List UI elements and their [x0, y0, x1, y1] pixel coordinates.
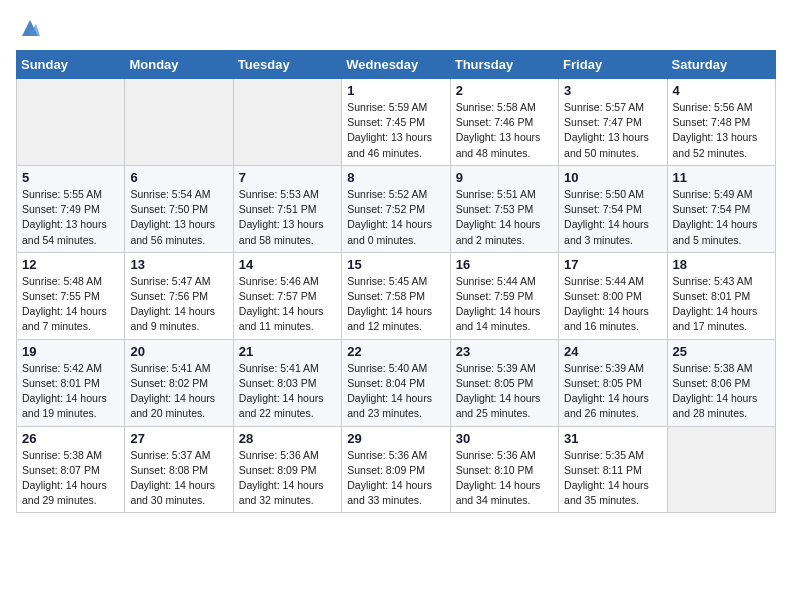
day-info: Sunrise: 5:42 AMSunset: 8:01 PMDaylight:… — [22, 361, 119, 422]
calendar-cell: 19Sunrise: 5:42 AMSunset: 8:01 PMDayligh… — [17, 339, 125, 426]
calendar-cell: 2Sunrise: 5:58 AMSunset: 7:46 PMDaylight… — [450, 79, 558, 166]
calendar-cell: 30Sunrise: 5:36 AMSunset: 8:10 PMDayligh… — [450, 426, 558, 513]
calendar-cell: 4Sunrise: 5:56 AMSunset: 7:48 PMDaylight… — [667, 79, 775, 166]
day-info: Sunrise: 5:46 AMSunset: 7:57 PMDaylight:… — [239, 274, 336, 335]
day-info: Sunrise: 5:40 AMSunset: 8:04 PMDaylight:… — [347, 361, 444, 422]
day-info: Sunrise: 5:41 AMSunset: 8:03 PMDaylight:… — [239, 361, 336, 422]
calendar-cell: 15Sunrise: 5:45 AMSunset: 7:58 PMDayligh… — [342, 252, 450, 339]
calendar-cell — [125, 79, 233, 166]
logo — [16, 16, 42, 40]
logo-icon — [18, 16, 42, 40]
day-info: Sunrise: 5:54 AMSunset: 7:50 PMDaylight:… — [130, 187, 227, 248]
header — [16, 16, 776, 40]
calendar-week-4: 19Sunrise: 5:42 AMSunset: 8:01 PMDayligh… — [17, 339, 776, 426]
day-number: 1 — [347, 83, 444, 98]
day-number: 11 — [673, 170, 770, 185]
day-info: Sunrise: 5:49 AMSunset: 7:54 PMDaylight:… — [673, 187, 770, 248]
calendar-cell: 10Sunrise: 5:50 AMSunset: 7:54 PMDayligh… — [559, 165, 667, 252]
calendar-cell — [17, 79, 125, 166]
day-info: Sunrise: 5:52 AMSunset: 7:52 PMDaylight:… — [347, 187, 444, 248]
calendar-cell: 17Sunrise: 5:44 AMSunset: 8:00 PMDayligh… — [559, 252, 667, 339]
day-number: 3 — [564, 83, 661, 98]
calendar-cell: 20Sunrise: 5:41 AMSunset: 8:02 PMDayligh… — [125, 339, 233, 426]
calendar-cell — [233, 79, 341, 166]
day-info: Sunrise: 5:36 AMSunset: 8:09 PMDaylight:… — [239, 448, 336, 509]
calendar-cell: 18Sunrise: 5:43 AMSunset: 8:01 PMDayligh… — [667, 252, 775, 339]
calendar-cell: 27Sunrise: 5:37 AMSunset: 8:08 PMDayligh… — [125, 426, 233, 513]
calendar-cell: 22Sunrise: 5:40 AMSunset: 8:04 PMDayligh… — [342, 339, 450, 426]
calendar-week-1: 1Sunrise: 5:59 AMSunset: 7:45 PMDaylight… — [17, 79, 776, 166]
day-info: Sunrise: 5:59 AMSunset: 7:45 PMDaylight:… — [347, 100, 444, 161]
day-info: Sunrise: 5:38 AMSunset: 8:06 PMDaylight:… — [673, 361, 770, 422]
calendar-header-row: SundayMondayTuesdayWednesdayThursdayFrid… — [17, 51, 776, 79]
day-number: 28 — [239, 431, 336, 446]
calendar-week-5: 26Sunrise: 5:38 AMSunset: 8:07 PMDayligh… — [17, 426, 776, 513]
day-info: Sunrise: 5:38 AMSunset: 8:07 PMDaylight:… — [22, 448, 119, 509]
day-number: 6 — [130, 170, 227, 185]
day-info: Sunrise: 5:43 AMSunset: 8:01 PMDaylight:… — [673, 274, 770, 335]
calendar-header-thursday: Thursday — [450, 51, 558, 79]
day-number: 9 — [456, 170, 553, 185]
calendar-header-friday: Friday — [559, 51, 667, 79]
calendar-cell: 5Sunrise: 5:55 AMSunset: 7:49 PMDaylight… — [17, 165, 125, 252]
day-number: 15 — [347, 257, 444, 272]
day-number: 26 — [22, 431, 119, 446]
day-number: 20 — [130, 344, 227, 359]
calendar-cell: 24Sunrise: 5:39 AMSunset: 8:05 PMDayligh… — [559, 339, 667, 426]
day-number: 10 — [564, 170, 661, 185]
calendar-week-3: 12Sunrise: 5:48 AMSunset: 7:55 PMDayligh… — [17, 252, 776, 339]
day-info: Sunrise: 5:50 AMSunset: 7:54 PMDaylight:… — [564, 187, 661, 248]
calendar-header-sunday: Sunday — [17, 51, 125, 79]
day-info: Sunrise: 5:41 AMSunset: 8:02 PMDaylight:… — [130, 361, 227, 422]
calendar-cell: 3Sunrise: 5:57 AMSunset: 7:47 PMDaylight… — [559, 79, 667, 166]
calendar-cell: 31Sunrise: 5:35 AMSunset: 8:11 PMDayligh… — [559, 426, 667, 513]
calendar-week-2: 5Sunrise: 5:55 AMSunset: 7:49 PMDaylight… — [17, 165, 776, 252]
day-info: Sunrise: 5:57 AMSunset: 7:47 PMDaylight:… — [564, 100, 661, 161]
calendar-header-wednesday: Wednesday — [342, 51, 450, 79]
calendar-cell: 8Sunrise: 5:52 AMSunset: 7:52 PMDaylight… — [342, 165, 450, 252]
calendar-cell: 13Sunrise: 5:47 AMSunset: 7:56 PMDayligh… — [125, 252, 233, 339]
calendar-cell: 9Sunrise: 5:51 AMSunset: 7:53 PMDaylight… — [450, 165, 558, 252]
day-number: 8 — [347, 170, 444, 185]
day-info: Sunrise: 5:36 AMSunset: 8:09 PMDaylight:… — [347, 448, 444, 509]
calendar-header-monday: Monday — [125, 51, 233, 79]
day-number: 29 — [347, 431, 444, 446]
calendar-cell: 14Sunrise: 5:46 AMSunset: 7:57 PMDayligh… — [233, 252, 341, 339]
day-info: Sunrise: 5:58 AMSunset: 7:46 PMDaylight:… — [456, 100, 553, 161]
calendar-cell: 26Sunrise: 5:38 AMSunset: 8:07 PMDayligh… — [17, 426, 125, 513]
day-info: Sunrise: 5:51 AMSunset: 7:53 PMDaylight:… — [456, 187, 553, 248]
day-info: Sunrise: 5:53 AMSunset: 7:51 PMDaylight:… — [239, 187, 336, 248]
calendar-cell: 12Sunrise: 5:48 AMSunset: 7:55 PMDayligh… — [17, 252, 125, 339]
day-number: 17 — [564, 257, 661, 272]
day-number: 31 — [564, 431, 661, 446]
day-number: 30 — [456, 431, 553, 446]
calendar-cell: 1Sunrise: 5:59 AMSunset: 7:45 PMDaylight… — [342, 79, 450, 166]
calendar-cell: 21Sunrise: 5:41 AMSunset: 8:03 PMDayligh… — [233, 339, 341, 426]
day-number: 14 — [239, 257, 336, 272]
day-info: Sunrise: 5:39 AMSunset: 8:05 PMDaylight:… — [564, 361, 661, 422]
calendar-header-saturday: Saturday — [667, 51, 775, 79]
calendar-cell — [667, 426, 775, 513]
day-number: 18 — [673, 257, 770, 272]
day-number: 21 — [239, 344, 336, 359]
day-info: Sunrise: 5:35 AMSunset: 8:11 PMDaylight:… — [564, 448, 661, 509]
day-number: 2 — [456, 83, 553, 98]
day-number: 4 — [673, 83, 770, 98]
calendar-cell: 7Sunrise: 5:53 AMSunset: 7:51 PMDaylight… — [233, 165, 341, 252]
day-number: 13 — [130, 257, 227, 272]
day-number: 27 — [130, 431, 227, 446]
day-number: 16 — [456, 257, 553, 272]
calendar-cell: 29Sunrise: 5:36 AMSunset: 8:09 PMDayligh… — [342, 426, 450, 513]
calendar-header-tuesday: Tuesday — [233, 51, 341, 79]
day-info: Sunrise: 5:56 AMSunset: 7:48 PMDaylight:… — [673, 100, 770, 161]
calendar-cell: 25Sunrise: 5:38 AMSunset: 8:06 PMDayligh… — [667, 339, 775, 426]
calendar-cell: 6Sunrise: 5:54 AMSunset: 7:50 PMDaylight… — [125, 165, 233, 252]
calendar-cell: 23Sunrise: 5:39 AMSunset: 8:05 PMDayligh… — [450, 339, 558, 426]
day-info: Sunrise: 5:44 AMSunset: 7:59 PMDaylight:… — [456, 274, 553, 335]
day-info: Sunrise: 5:55 AMSunset: 7:49 PMDaylight:… — [22, 187, 119, 248]
day-number: 7 — [239, 170, 336, 185]
calendar-cell: 16Sunrise: 5:44 AMSunset: 7:59 PMDayligh… — [450, 252, 558, 339]
calendar-cell: 11Sunrise: 5:49 AMSunset: 7:54 PMDayligh… — [667, 165, 775, 252]
day-number: 5 — [22, 170, 119, 185]
day-number: 25 — [673, 344, 770, 359]
